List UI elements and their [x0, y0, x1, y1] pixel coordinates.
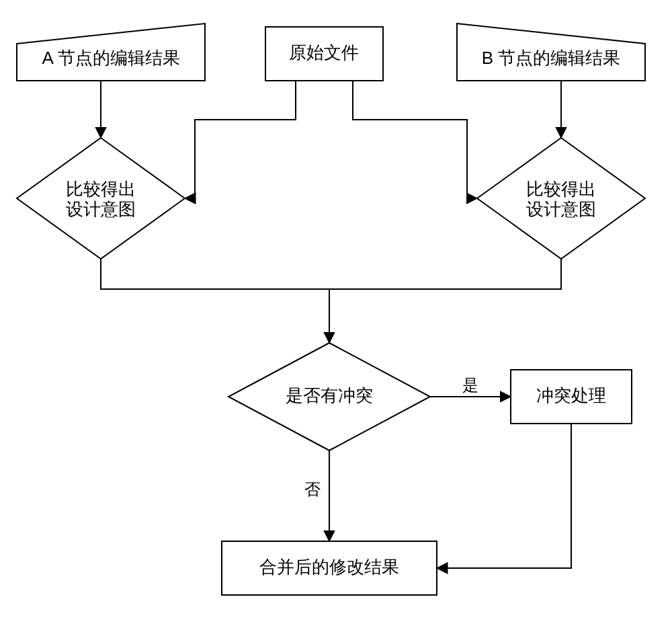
- node-handle: 冲突处理: [511, 370, 632, 424]
- node-conflict: 是否有冲突: [228, 343, 430, 450]
- node-compare-b-line1: 比较得出: [526, 179, 596, 199]
- node-input-b-label: B 节点的编辑结果: [482, 48, 621, 68]
- flowchart-canvas: A 节点的编辑结果 原始文件 B 节点的编辑结果 比较得出 设计意图 比较得出 …: [0, 0, 672, 634]
- node-compare-a-line1: 比较得出: [66, 179, 136, 199]
- node-input-a-label: A 节点的编辑结果: [42, 48, 179, 68]
- node-compare-b-line2: 设计意图: [526, 199, 596, 219]
- node-original-label: 原始文件: [289, 42, 359, 63]
- node-compare-b: 比较得出 设计意图: [477, 138, 645, 259]
- node-compare-a: 比较得出 设计意图: [17, 138, 185, 259]
- edge-original-compareA: [185, 81, 296, 198]
- edge-handle-merged: [437, 424, 571, 568]
- node-compare-a-line2: 设计意图: [66, 199, 136, 219]
- edge-conflict-yes-label: 是: [462, 376, 478, 394]
- node-merged-label: 合并后的修改结果: [259, 557, 399, 577]
- node-conflict-label: 是否有冲突: [286, 385, 373, 405]
- edge-original-compareB: [353, 81, 477, 198]
- node-input-a: A 节点的编辑结果: [17, 24, 205, 81]
- edge-compares-join-right: [329, 259, 561, 289]
- node-original: 原始文件: [265, 27, 383, 81]
- node-handle-label: 冲突处理: [536, 385, 606, 405]
- edge-compares-join-left: [101, 259, 329, 289]
- edge-conflict-no-label: 否: [304, 480, 321, 498]
- node-input-b: B 节点的编辑结果: [457, 24, 645, 81]
- node-merged: 合并后的修改结果: [222, 541, 437, 595]
